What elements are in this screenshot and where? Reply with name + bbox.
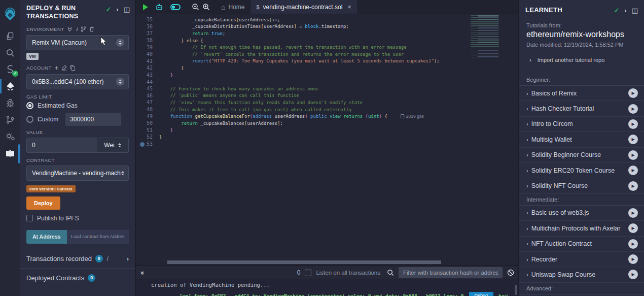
tutorial-item[interactable]: ›Basic use of web3.js▶ bbox=[519, 206, 644, 221]
tutorial-item[interactable]: ›Solidity NFT Course▶ bbox=[519, 178, 644, 193]
play-tutorial-button[interactable]: ▶ bbox=[628, 181, 638, 191]
pin-panel-icon[interactable]: ◫ bbox=[124, 6, 130, 13]
account-select[interactable]: 0x5B3...eddC4 (100 ether) bbox=[26, 74, 129, 89]
play-tutorial-button[interactable]: ▶ bbox=[628, 150, 638, 160]
zoom-in-icon[interactable] bbox=[202, 3, 210, 11]
line-number[interactable]: 42 bbox=[136, 65, 159, 71]
play-tutorial-button[interactable]: ▶ bbox=[628, 239, 638, 249]
collapse-panel-icon[interactable]: › bbox=[624, 7, 626, 14]
add-account-icon[interactable]: + bbox=[55, 64, 58, 72]
collapse-panel-icon[interactable]: › bbox=[116, 6, 118, 13]
custom-gas-input[interactable] bbox=[65, 113, 121, 126]
delete-state-icon[interactable] bbox=[89, 26, 94, 32]
play-tutorial-button[interactable]: ▶ bbox=[628, 270, 638, 279]
remix-logo[interactable] bbox=[0, 4, 20, 24]
line-number[interactable]: 39 bbox=[136, 45, 159, 50]
play-tutorial-button[interactable]: ▶ bbox=[628, 254, 638, 264]
line-number[interactable]: 45 bbox=[136, 86, 159, 91]
custom-gas-radio[interactable]: Custom bbox=[26, 113, 129, 126]
terminal-filter-input[interactable] bbox=[399, 267, 503, 278]
debugger-icon[interactable] bbox=[0, 95, 20, 111]
value-input[interactable] bbox=[27, 138, 97, 152]
breakpoint-dot[interactable] bbox=[140, 142, 145, 147]
line-number[interactable]: 53 bbox=[136, 141, 159, 147]
terminal-collapse-icon[interactable]: » bbox=[139, 271, 147, 274]
learneth-panel: LEARNETH ✓ › ◫ Tutorials from: ethereum/… bbox=[518, 0, 644, 296]
code-editor[interactable]: 35 _cupcakeBalances[userAddress]++;36 _c… bbox=[136, 14, 518, 266]
at-address-input[interactable] bbox=[67, 230, 129, 244]
close-tab-icon[interactable]: × bbox=[347, 3, 351, 11]
info-icon[interactable]: i bbox=[106, 255, 109, 262]
tutorial-item[interactable]: ›NFT Auction Contract▶ bbox=[519, 237, 644, 252]
tutorial-item[interactable]: ›Multisig Wallet▶ bbox=[519, 132, 644, 147]
git-icon[interactable] bbox=[0, 112, 20, 127]
contract-select[interactable]: VendingMachine - vending-machin bbox=[26, 166, 129, 181]
value-unit-select[interactable]: Wei bbox=[97, 138, 128, 152]
line-number[interactable]: 52 bbox=[136, 134, 159, 140]
play-tutorial-button[interactable]: ▶ bbox=[628, 166, 638, 175]
pin-panel-icon[interactable]: ◫ bbox=[632, 7, 638, 14]
play-tutorial-button[interactable]: ▶ bbox=[628, 208, 638, 218]
terminal-scrollbar[interactable] bbox=[515, 285, 517, 295]
expand-icon[interactable]: › bbox=[127, 255, 129, 262]
status-check-icon: ✓ bbox=[105, 6, 111, 13]
line-number[interactable]: 41 bbox=[136, 58, 159, 64]
tutorial-item[interactable]: ›Solidity ERC20 Token Course▶ bbox=[519, 163, 644, 178]
clear-console-icon[interactable] bbox=[507, 269, 514, 276]
import-tutorial-repo[interactable]: › Import another tutorial repo bbox=[526, 56, 637, 63]
learneth-icon[interactable] bbox=[0, 146, 20, 161]
solidity-compiler-icon[interactable]: ✓ bbox=[0, 62, 20, 77]
settings-icon[interactable] bbox=[0, 129, 20, 144]
tab-home[interactable]: ⌂ Home bbox=[215, 0, 251, 14]
plug-icon[interactable] bbox=[67, 26, 73, 32]
play-tutorial-button[interactable]: ▶ bbox=[628, 135, 638, 144]
line-number[interactable]: 43 bbox=[136, 72, 159, 78]
play-tutorial-button[interactable]: ▶ bbox=[628, 119, 638, 129]
debug-button[interactable]: Debug bbox=[469, 292, 494, 296]
environment-select[interactable]: Remix VM (Cancun) bbox=[26, 35, 129, 50]
line-number[interactable]: 35 bbox=[136, 17, 159, 22]
tutorial-item[interactable]: ›Basics of Remix▶ bbox=[519, 86, 644, 101]
editor-minimap[interactable] bbox=[468, 15, 513, 59]
file-explorer-icon[interactable] bbox=[0, 28, 20, 44]
tutorial-item[interactable]: ›Hash Checker Tutorial▶ bbox=[519, 101, 644, 116]
copilot-toggle[interactable] bbox=[170, 4, 181, 10]
line-number[interactable]: 38 bbox=[136, 38, 159, 43]
play-tutorial-button[interactable]: ▶ bbox=[628, 223, 638, 233]
ai-copilot-icon[interactable] bbox=[155, 4, 163, 11]
line-number[interactable]: 47 bbox=[136, 100, 159, 105]
sign-message-icon[interactable] bbox=[61, 65, 67, 71]
line-number[interactable]: 44 bbox=[136, 79, 159, 85]
at-address-button[interactable]: At Address bbox=[26, 230, 67, 244]
line-number[interactable]: 36 bbox=[136, 24, 159, 29]
line-number[interactable]: 48 bbox=[136, 107, 159, 112]
estimated-gas-radio[interactable]: Estimated Gas bbox=[26, 102, 129, 109]
deploy-run-icon[interactable] bbox=[0, 79, 20, 94]
listen-all-checkbox[interactable] bbox=[305, 270, 311, 276]
deploy-button[interactable]: Deploy bbox=[26, 196, 60, 210]
info-icon[interactable]: i bbox=[76, 26, 78, 32]
zoom-out-icon[interactable] bbox=[192, 3, 199, 11]
publish-ipfs-checkbox[interactable] bbox=[26, 215, 33, 221]
run-script-icon[interactable] bbox=[143, 4, 148, 10]
tutorial-item[interactable]: ›Uniswap Swap Course▶ bbox=[519, 267, 644, 282]
copy-address-icon[interactable] bbox=[70, 65, 76, 71]
editor-horizontal-scrollbar[interactable] bbox=[167, 260, 441, 264]
publish-ipfs-row[interactable]: Publish to IPFS bbox=[26, 215, 129, 222]
tutorial-item[interactable]: ›Multichain Protocols with Axelar▶ bbox=[519, 221, 644, 236]
line-number[interactable]: 40 bbox=[136, 51, 159, 57]
line-number[interactable]: 46 bbox=[136, 93, 159, 98]
play-tutorial-button[interactable]: ▶ bbox=[628, 88, 638, 98]
line-number[interactable]: 50 bbox=[136, 120, 159, 126]
transactions-recorded-row[interactable]: Transactions recorded 0 i › bbox=[20, 249, 135, 268]
tutorial-item[interactable]: ›Recorder▶ bbox=[519, 252, 644, 267]
line-number[interactable]: 37 bbox=[136, 30, 159, 36]
line-number[interactable]: 51 bbox=[136, 127, 159, 133]
tab-vending-machine-contract[interactable]: $ vending-machine-contract.sol × bbox=[251, 0, 356, 14]
tutorial-item[interactable]: ›Solidity Beginner Course▶ bbox=[519, 148, 644, 163]
tutorial-item[interactable]: ›Intro to Circom▶ bbox=[519, 117, 644, 132]
play-tutorial-button[interactable]: ▶ bbox=[628, 104, 638, 114]
line-number[interactable]: 49 bbox=[136, 114, 159, 119]
search-icon[interactable] bbox=[0, 45, 20, 60]
fork-state-icon[interactable] bbox=[81, 26, 86, 32]
